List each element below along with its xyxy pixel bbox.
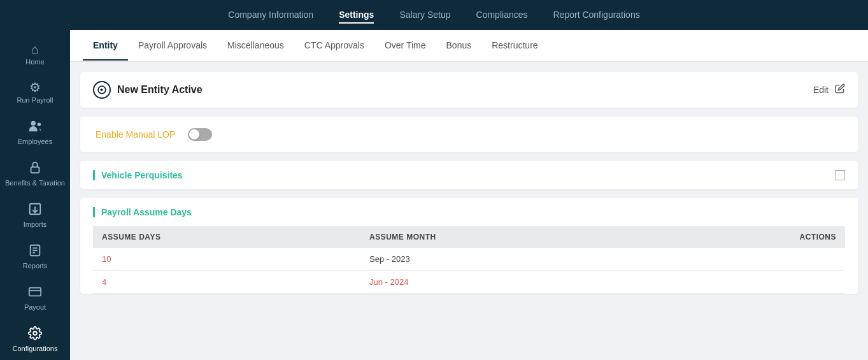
col-actions: ACTIONS (655, 226, 845, 248)
sidebar-item-imports[interactable]: Imports (0, 194, 70, 236)
svg-rect-2 (31, 167, 39, 173)
lop-section: Enable Manual LOP (80, 117, 858, 152)
top-nav-items: Company Information Settings Salary Setu… (228, 7, 639, 24)
svg-point-0 (31, 121, 36, 126)
entity-header-left: New Entity Active (93, 81, 203, 99)
sidebar-item-payout[interactable]: Payout (0, 277, 70, 319)
tab-entity[interactable]: Entity (83, 31, 128, 61)
row-actions (655, 271, 845, 294)
entity-title: New Entity Active (117, 84, 203, 96)
lop-label: Enable Manual LOP (96, 129, 175, 140)
toggle-track (188, 128, 212, 141)
sidebar-item-configurations[interactable]: Configurations (0, 319, 70, 360)
run-payroll-icon: ⚙ (29, 81, 41, 94)
col-assume-days: ASSUME DAYS (93, 226, 360, 248)
col-assume-month: ASSUME MONTH (360, 226, 655, 248)
vehicle-title: Vehicle Perquisites (93, 170, 183, 180)
sidebar: ⌂ Home ⚙ Run Payroll Employees Benefits … (0, 30, 70, 360)
table-header-row: ASSUME DAYS ASSUME MONTH ACTIONS (93, 226, 845, 248)
reports-icon (28, 243, 42, 259)
vehicle-section: Vehicle Perquisites (80, 161, 858, 189)
table-row: 4 Jun - 2024 (93, 271, 845, 294)
home-icon: ⌂ (31, 43, 39, 55)
payroll-section: Payroll Assume Days ASSUME DAYS ASSUME M… (80, 198, 858, 294)
assume-days-table: ASSUME DAYS ASSUME MONTH ACTIONS 10 Sep … (93, 226, 845, 294)
tab-over-time[interactable]: Over Time (374, 31, 436, 61)
sidebar-item-label: Home (25, 58, 44, 66)
payroll-title: Payroll Assume Days (93, 207, 845, 217)
sidebar-item-label: Employees (18, 138, 52, 145)
content-area: Entity Payroll Approvals Miscellaneous C… (70, 30, 868, 360)
tab-miscellaneous[interactable]: Miscellaneous (217, 31, 294, 61)
manual-lop-toggle[interactable] (188, 128, 212, 141)
row-actions (655, 248, 845, 271)
sidebar-item-home[interactable]: ⌂ Home (0, 35, 70, 73)
assume-month-value: Sep - 2023 (360, 248, 655, 271)
employees-icon (28, 119, 42, 135)
tab-payroll-approvals[interactable]: Payroll Approvals (128, 31, 217, 61)
top-nav-compliances[interactable]: Compliances (476, 7, 528, 24)
sidebar-item-label: Imports (24, 220, 47, 228)
toggle-thumb (189, 129, 199, 140)
top-nav-salary-setup[interactable]: Salary Setup (399, 7, 450, 24)
payout-icon (28, 285, 42, 301)
sidebar-item-label: Run Payroll (17, 96, 53, 104)
svg-rect-5 (29, 288, 41, 296)
top-nav: Company Information Settings Salary Setu… (0, 0, 868, 30)
tab-bonus[interactable]: Bonus (436, 31, 482, 61)
edit-button[interactable]: Edit (813, 85, 829, 95)
benefits-icon (28, 161, 42, 176)
sidebar-item-label: Reports (23, 262, 48, 270)
vehicle-checkbox[interactable] (835, 170, 845, 180)
content-body: New Entity Active Edit Enable Manual LOP (70, 62, 868, 360)
configurations-icon (28, 326, 42, 342)
pencil-icon[interactable] (835, 83, 845, 96)
lop-section-card: Enable Manual LOP (80, 117, 858, 152)
tab-restructure[interactable]: Restructure (481, 31, 548, 61)
payroll-section-card: Payroll Assume Days ASSUME DAYS ASSUME M… (80, 198, 858, 294)
assume-days-value: 4 (93, 271, 360, 294)
sidebar-item-run-payroll[interactable]: ⚙ Run Payroll (0, 73, 70, 112)
vehicle-section-card: Vehicle Perquisites (80, 161, 858, 189)
sidebar-item-label: Configurations (13, 345, 58, 352)
back-button[interactable] (93, 81, 111, 99)
assume-month-value: Jun - 2024 (360, 271, 655, 294)
sidebar-item-label: Benefits & Taxation (5, 179, 65, 187)
top-nav-settings[interactable]: Settings (339, 7, 374, 24)
assume-days-value: 10 (93, 248, 360, 271)
svg-point-1 (38, 123, 41, 127)
table-row: 10 Sep - 2023 (93, 248, 845, 271)
main-layout: ⌂ Home ⚙ Run Payroll Employees Benefits … (0, 30, 868, 360)
sidebar-item-label: Payout (24, 303, 46, 311)
imports-icon (28, 202, 42, 218)
svg-point-6 (33, 331, 37, 335)
top-nav-report-configs[interactable]: Report Configurations (553, 7, 640, 24)
sidebar-item-benefits-taxation[interactable]: Benefits & Taxation (0, 153, 70, 194)
sidebar-item-reports[interactable]: Reports (0, 236, 70, 277)
sub-tab-bar: Entity Payroll Approvals Miscellaneous C… (70, 30, 868, 62)
top-nav-company-info[interactable]: Company Information (228, 7, 313, 24)
tab-ctc-approvals[interactable]: CTC Approvals (294, 31, 374, 61)
entity-header-right: Edit (813, 83, 845, 96)
sidebar-item-employees[interactable]: Employees (0, 112, 70, 153)
entity-header-card: New Entity Active Edit (80, 72, 858, 108)
